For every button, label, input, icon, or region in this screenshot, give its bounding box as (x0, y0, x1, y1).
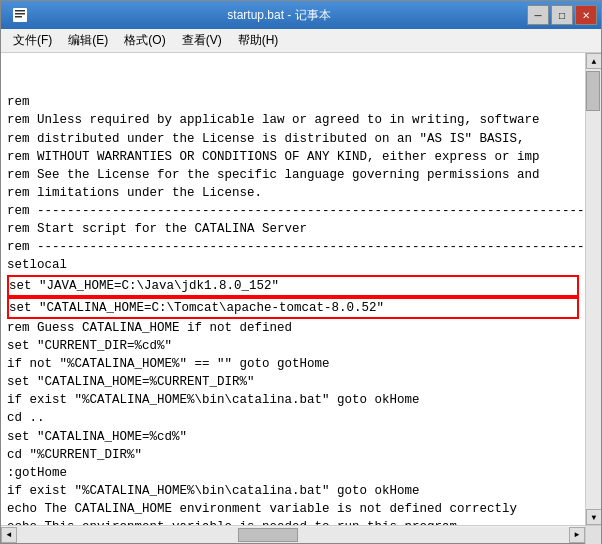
code-line: rem distributed under the License is dis… (7, 130, 579, 148)
title-bar: startup.bat - 记事本 ─ □ ✕ (1, 1, 601, 29)
window-title: startup.bat - 记事本 (31, 7, 527, 24)
code-line: if not "%CATALINA_HOME%" == "" goto gotH… (7, 355, 579, 373)
menu-bar: 文件(F) 编辑(E) 格式(O) 查看(V) 帮助(H) (1, 29, 601, 53)
code-line: rem Start script for the CATALINA Server (7, 220, 579, 238)
code-line: :gotHome (7, 464, 579, 482)
scroll-up-button[interactable]: ▲ (586, 53, 601, 69)
scroll-right-button[interactable]: ► (569, 527, 585, 543)
svg-rect-1 (15, 10, 25, 12)
vertical-scrollbar[interactable]: ▲ ▼ (585, 53, 601, 525)
status-bar: ◄ ► (1, 525, 601, 543)
menu-help[interactable]: 帮助(H) (230, 30, 287, 51)
code-line: if exist "%CATALINA_HOME%\bin\catalina.b… (7, 391, 579, 409)
code-line: rem WITHOUT WARRANTIES OR CONDITIONS OF … (7, 148, 579, 166)
code-line: rem See the License for the specific lan… (7, 166, 579, 184)
svg-rect-2 (15, 13, 25, 15)
code-line: rem ------------------------------------… (7, 202, 579, 220)
code-line: rem Guess CATALINA_HOME if not defined (7, 319, 579, 337)
code-line: echo This environment variable is needed… (7, 518, 579, 525)
close-button[interactable]: ✕ (575, 5, 597, 25)
code-line: setlocal (7, 256, 579, 274)
maximize-button[interactable]: □ (551, 5, 573, 25)
content-area: remrem Unless required by applicable law… (1, 53, 601, 525)
notepad-window: startup.bat - 记事本 ─ □ ✕ 文件(F) 编辑(E) 格式(O… (0, 0, 602, 544)
code-line: cd "%CURRENT_DIR%" (7, 446, 579, 464)
h-scroll-track[interactable] (17, 527, 569, 543)
highlighted-line: set "JAVA_HOME=C:\Java\jdk1.8.0_152" (7, 275, 579, 297)
code-line: set "CURRENT_DIR=%cd%" (7, 337, 579, 355)
menu-view[interactable]: 查看(V) (174, 30, 230, 51)
menu-format[interactable]: 格式(O) (116, 30, 173, 51)
code-line: cd .. (7, 409, 579, 427)
code-line: if exist "%CATALINA_HOME%\bin\catalina.b… (7, 482, 579, 500)
h-scroll-thumb[interactable] (238, 528, 298, 542)
code-line: set "CATALINA_HOME=%CURRENT_DIR%" (7, 373, 579, 391)
code-line: rem ------------------------------------… (7, 238, 579, 256)
scroll-track[interactable] (586, 69, 601, 509)
code-line: rem (7, 93, 579, 111)
scroll-down-button[interactable]: ▼ (586, 509, 601, 525)
scrollbar-corner (585, 526, 601, 544)
code-line: echo The CATALINA_HOME environment varia… (7, 500, 579, 518)
code-line: rem Unless required by applicable law or… (7, 111, 579, 129)
code-line: set "CATALINA_HOME=%cd%" (7, 428, 579, 446)
text-editor[interactable]: remrem Unless required by applicable law… (1, 53, 585, 525)
menu-file[interactable]: 文件(F) (5, 30, 60, 51)
svg-rect-3 (15, 16, 22, 18)
highlighted-line: set "CATALINA_HOME=C:\Tomcat\apache-tomc… (7, 297, 579, 319)
menu-edit[interactable]: 编辑(E) (60, 30, 116, 51)
scroll-thumb[interactable] (586, 71, 600, 111)
minimize-button[interactable]: ─ (527, 5, 549, 25)
window-controls: ─ □ ✕ (527, 5, 597, 25)
code-line: rem limitations under the License. (7, 184, 579, 202)
scroll-left-button[interactable]: ◄ (1, 527, 17, 543)
app-icon (12, 7, 28, 23)
